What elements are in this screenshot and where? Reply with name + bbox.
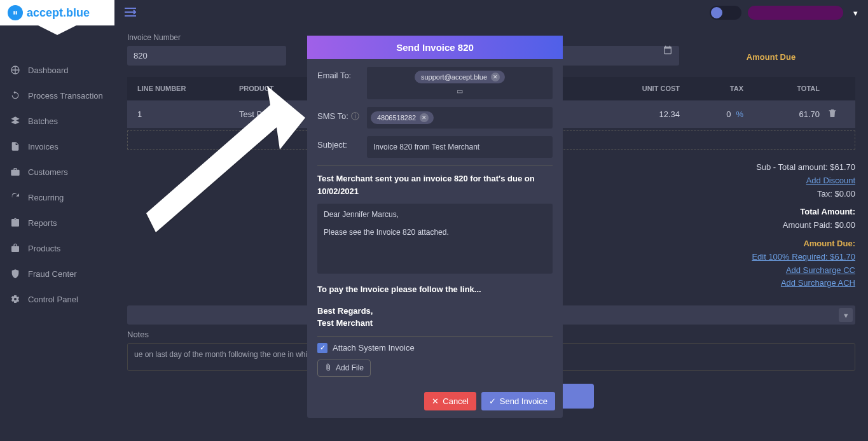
close-icon[interactable]: ✕ (420, 113, 429, 122)
sidebar-item-batches[interactable]: Batches (0, 108, 114, 134)
close-icon[interactable]: ✕ (491, 73, 500, 81)
sidebar-item-customers[interactable]: Customers (0, 159, 114, 185)
sidebar-item-label: Batches (28, 116, 58, 126)
invoice-number-input[interactable] (127, 46, 286, 66)
layers-icon (10, 116, 20, 126)
sidebar-item-fraud-center[interactable]: Fraud Center (0, 261, 114, 286)
sms-to-label: SMS To: ⓘ (317, 107, 361, 122)
sidebar-item-label: Customers (28, 167, 68, 177)
cell-tax: 0% (680, 109, 743, 119)
svg-point-0 (11, 8, 19, 17)
cancel-button[interactable]: ✕ Cancel (424, 392, 476, 410)
sidebar-item-invoices[interactable]: Invoices (0, 134, 114, 159)
calendar-icon[interactable] (663, 45, 673, 57)
caret-down-icon: ▾ (853, 8, 858, 18)
sidebar-item-dashboard[interactable]: Dashboard (0, 57, 114, 83)
amount-due-box: Amount Due (687, 33, 855, 68)
subject-label: Subject: (317, 136, 361, 150)
email-chip[interactable]: support@accept.blue✕ (415, 71, 505, 83)
sidebar-item-label: Fraud Center (28, 269, 77, 279)
sidebar-item-process-transaction[interactable]: Process Transaction (0, 83, 114, 108)
invoice-number-label: Invoice Number (127, 33, 286, 42)
sidebar-item-reports[interactable]: Reports (0, 210, 114, 235)
col-header-total: TOTAL (743, 85, 820, 92)
col-header-line: LINE NUMBER (137, 85, 239, 92)
sidebar-item-label: Dashboard (28, 66, 69, 75)
logo[interactable]: accept.blue (0, 0, 114, 25)
attach-icon (324, 363, 332, 373)
trash-icon[interactable] (827, 111, 837, 120)
message-body[interactable]: Dear Jennifer Marcus, Please see the Inv… (317, 204, 553, 274)
menu-toggle-icon[interactable] (125, 8, 136, 18)
send-invoice-button[interactable]: ✓ Send Invoice (481, 392, 555, 410)
shield-icon (10, 269, 20, 279)
sidebar-item-recurring[interactable]: Recurring (0, 185, 114, 210)
send-invoice-modal: Send Invoice 820 Email To: support@accep… (307, 36, 563, 418)
regards-text: Best Regards,Test Merchant (317, 305, 553, 330)
amount-due-label: Amount Due (693, 52, 849, 62)
subject-field[interactable] (367, 136, 553, 158)
sync-icon (10, 90, 20, 101)
close-icon: ✕ (432, 396, 439, 406)
svg-rect-2 (16, 11, 17, 14)
subject-input[interactable] (367, 137, 553, 157)
sidebar-item-products[interactable]: Products (0, 235, 114, 261)
col-header-tax: TAX (680, 85, 743, 92)
clipboard-icon (10, 218, 20, 228)
modal-lead-text: Test Merchant sent you an invoice 820 fo… (317, 172, 553, 197)
theme-toggle[interactable] (710, 6, 741, 20)
nav: Dashboard Process Transaction Batches In… (0, 25, 114, 312)
email-to-field[interactable]: support@accept.blue✕ ▭ (367, 67, 553, 99)
modal-title: Send Invoice 820 (307, 36, 563, 59)
add-file-button[interactable]: Add File (317, 360, 371, 377)
check-icon: ✓ (489, 396, 496, 406)
cell-unit-cost: 12.34 (603, 109, 680, 119)
sms-chip[interactable]: 4806518282✕ (371, 111, 434, 124)
sidebar-item-label: Process Transaction (28, 91, 103, 101)
topbar: ▾ (114, 0, 868, 25)
sidebar-item-label: Invoices (28, 142, 59, 151)
briefcase-icon (10, 167, 20, 177)
dashboard-icon (10, 65, 20, 75)
attach-system-invoice-checkbox[interactable]: ✓ Attach System Invoice (317, 343, 553, 353)
col-header-unit-cost: UNIT COST (603, 85, 680, 92)
gear-icon (10, 294, 20, 304)
bag-icon (10, 243, 20, 253)
email-to-label: Email To: (317, 67, 361, 80)
checkbox-checked-icon: ✓ (317, 343, 327, 353)
logo-text: accept.blue (27, 6, 90, 20)
logo-mark-icon (8, 5, 23, 20)
pay-link-text: To pay the Invoice please follow the lin… (317, 283, 553, 296)
refresh-icon (10, 192, 20, 202)
percent-icon[interactable]: % (736, 109, 743, 119)
moon-icon (711, 7, 722, 18)
cell-line: 1 (137, 109, 239, 119)
sidebar: accept.blue Dashboard Process Transactio… (0, 0, 114, 441)
sidebar-item-label: Recurring (28, 193, 64, 202)
user-menu[interactable] (748, 6, 843, 20)
sidebar-item-label: Products (28, 244, 60, 253)
sidebar-item-control-panel[interactable]: Control Panel (0, 286, 114, 312)
info-icon[interactable]: ⓘ (351, 111, 359, 121)
cell-total: 61.70 (743, 109, 820, 119)
svg-rect-1 (13, 11, 15, 14)
contact-card-icon[interactable]: ▭ (453, 86, 467, 96)
sidebar-item-label: Reports (28, 218, 57, 228)
sidebar-item-label: Control Panel (28, 295, 78, 304)
chevron-down-icon: ▾ (839, 308, 853, 322)
file-icon (10, 141, 20, 151)
sms-to-field[interactable]: 4806518282✕ (367, 107, 553, 129)
